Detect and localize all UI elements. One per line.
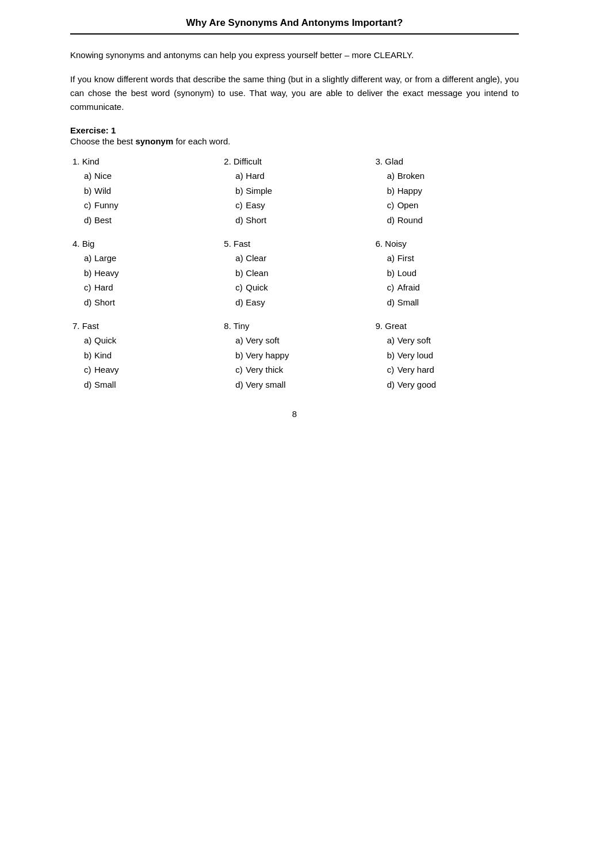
question-title-5: 5. Fast — [224, 239, 365, 248]
option-text: Small — [94, 380, 116, 389]
option-item: d)Short — [235, 213, 365, 228]
option-letter: c) — [387, 280, 397, 295]
option-item: b)Loud — [387, 266, 517, 281]
question-title-9: 9. Great — [376, 321, 517, 331]
intro-paragraph-2: If you know different words that describ… — [70, 72, 519, 114]
question-block-3: 3. Glada)Brokenb)Happyc)Opend)Round — [373, 156, 519, 227]
option-letter: b) — [84, 348, 94, 363]
option-letter: c) — [235, 198, 246, 213]
option-text: Easy — [246, 297, 265, 307]
option-item: c)Very hard — [387, 362, 517, 377]
option-letter: c) — [84, 198, 94, 213]
option-text: Very good — [397, 380, 437, 389]
option-item: a)Very soft — [235, 333, 365, 348]
option-item: b)Simple — [235, 183, 365, 198]
option-text: Large — [94, 253, 116, 263]
option-text: Very soft — [246, 335, 279, 345]
option-letter: c) — [387, 362, 397, 377]
options-list-2: a)Hardb)Simplec)Easyd)Short — [224, 169, 365, 227]
option-letter: d) — [84, 295, 94, 310]
option-letter: b) — [387, 183, 397, 198]
option-item: c)Open — [387, 198, 517, 213]
options-list-4: a)Largeb)Heavyc)Hardd)Short — [72, 251, 213, 309]
question-block-7: 7. Fasta)Quickb)Kindc)Heavyd)Small — [70, 321, 216, 392]
option-letter: b) — [235, 266, 246, 281]
option-text: Very thick — [246, 365, 283, 374]
option-text: Small — [397, 297, 419, 307]
option-text: Very soft — [397, 335, 431, 345]
option-text: Clean — [246, 268, 268, 278]
options-list-6: a)Firstb)Loudc)Afraidd)Small — [376, 251, 517, 309]
option-letter: c) — [387, 198, 397, 213]
page-number: 8 — [70, 409, 519, 419]
option-letter: b) — [387, 348, 397, 363]
option-item: a)Clear — [235, 251, 365, 266]
option-item: a)Quick — [84, 333, 213, 348]
option-item: a)Large — [84, 251, 213, 266]
option-text: Hard — [246, 171, 265, 181]
option-letter: c) — [84, 280, 94, 295]
option-item: d)Round — [387, 213, 517, 228]
option-letter: d) — [235, 295, 246, 310]
option-text: Quick — [246, 282, 267, 292]
option-letter: b) — [387, 266, 397, 281]
option-text: Kind — [94, 350, 112, 360]
option-letter: a) — [235, 333, 246, 348]
option-text: Broken — [397, 171, 425, 181]
exercise-label: Exercise: 1 — [70, 125, 519, 135]
option-letter: b) — [84, 266, 94, 281]
option-text: Hard — [94, 282, 113, 292]
options-list-9: a)Very softb)Very loudc)Very hardd)Very … — [376, 333, 517, 392]
option-letter: a) — [84, 169, 94, 183]
option-letter: d) — [235, 377, 246, 392]
exercise-instruction-prefix: Choose the best — [70, 136, 135, 146]
option-item: a)Very soft — [387, 333, 517, 348]
option-item: c)Heavy — [84, 362, 213, 377]
option-letter: c) — [235, 280, 246, 295]
option-item: b)Kind — [84, 348, 213, 363]
question-block-4: 4. Biga)Largeb)Heavyc)Hardd)Short — [70, 239, 216, 309]
option-text: Funny — [94, 200, 118, 210]
question-title-7: 7. Fast — [72, 321, 213, 331]
option-letter: a) — [387, 169, 397, 183]
option-item: b)Wild — [84, 183, 213, 198]
option-letter: a) — [84, 333, 94, 348]
options-list-1: a)Niceb)Wildc)Funnyd)Best — [72, 169, 213, 227]
option-item: b)Happy — [387, 183, 517, 198]
option-text: Loud — [397, 268, 416, 278]
question-block-9: 9. Greata)Very softb)Very loudc)Very har… — [373, 321, 519, 392]
option-item: d)Very small — [235, 377, 365, 392]
option-letter: b) — [235, 348, 246, 363]
option-letter: c) — [84, 362, 94, 377]
option-item: d)Small — [387, 295, 517, 310]
question-title-2: 2. Difficult — [224, 156, 365, 166]
option-item: c)Afraid — [387, 280, 517, 295]
option-text: Easy — [246, 200, 265, 210]
page-title: Why Are Synonyms And Antonyms Important? — [70, 17, 519, 35]
option-text: Nice — [94, 171, 112, 181]
option-item: b)Very loud — [387, 348, 517, 363]
options-list-5: a)Clearb)Cleanc)Quickd)Easy — [224, 251, 365, 309]
options-list-7: a)Quickb)Kindc)Heavyd)Small — [72, 333, 213, 392]
option-letter: b) — [235, 183, 246, 198]
option-text: Open — [397, 200, 419, 210]
option-text: Short — [94, 297, 115, 307]
option-text: Very loud — [397, 350, 434, 360]
option-item: c)Funny — [84, 198, 213, 213]
question-title-8: 8. Tiny — [224, 321, 365, 331]
option-text: Short — [246, 215, 266, 225]
exercise-instruction-bold: synonym — [135, 136, 173, 146]
option-item: c)Very thick — [235, 362, 365, 377]
option-text: Simple — [246, 186, 272, 196]
option-text: Very hard — [397, 365, 434, 374]
option-letter: d) — [84, 213, 94, 228]
question-block-5: 5. Fasta)Clearb)Cleanc)Quickd)Easy — [221, 239, 367, 309]
option-item: a)First — [387, 251, 517, 266]
option-text: Best — [94, 215, 112, 225]
question-title-4: 4. Big — [72, 239, 213, 248]
option-letter: d) — [387, 377, 397, 392]
option-text: Heavy — [94, 268, 119, 278]
option-letter: d) — [235, 213, 246, 228]
question-block-8: 8. Tinya)Very softb)Very happyc)Very thi… — [221, 321, 367, 392]
question-block-2: 2. Difficulta)Hardb)Simplec)Easyd)Short — [221, 156, 367, 227]
